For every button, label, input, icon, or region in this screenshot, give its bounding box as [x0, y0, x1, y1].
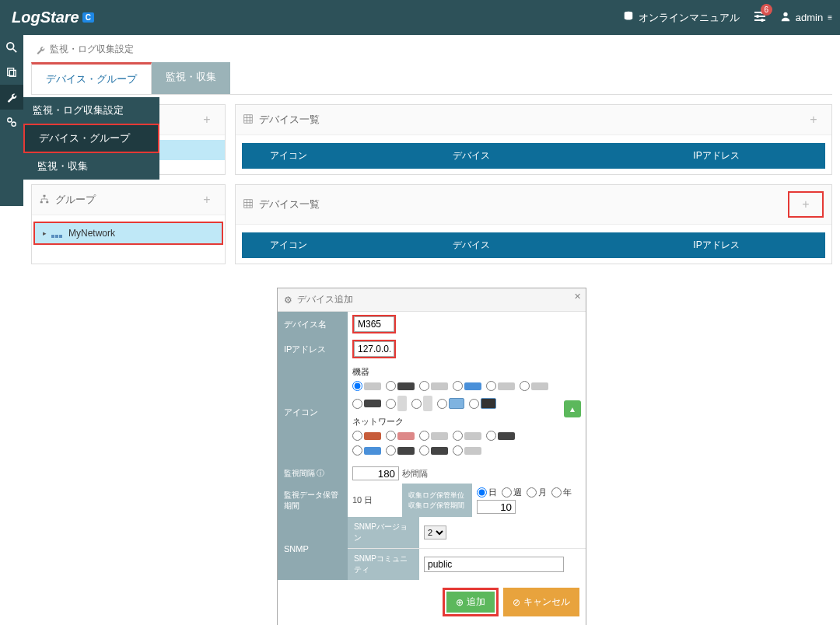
dialog-form: デバイス名 IPアドレス アイコン 機器 [278, 312, 586, 580]
col-icon: アイコン [242, 143, 335, 169]
icon-option[interactable] [419, 431, 448, 441]
svg-point-13 [12, 122, 16, 126]
row-retention: 監視データ保管期間 10 日 収集ログ保管単位 収集ログ保管期間 日 週 月 年 [278, 484, 586, 517]
add-device-button-1[interactable]: + [803, 111, 824, 128]
online-manual-link[interactable]: オンラインマニュアル [623, 11, 740, 25]
gear-icon: ⚙ [284, 295, 292, 306]
add-group-button[interactable]: + [197, 111, 217, 128]
flyout-device-group[interactable]: デバイス・グループ [23, 124, 159, 153]
rail-search[interactable] [0, 35, 23, 60]
radio-week[interactable]: 週 [502, 487, 522, 498]
icon-option[interactable] [352, 445, 381, 456]
svg-point-7 [783, 12, 787, 16]
group-title-2: グループ [55, 193, 96, 207]
snmp-version-select[interactable]: 2 [424, 525, 446, 539]
sitemap-icon [40, 194, 49, 206]
log-unit-radio: 日 週 月 年 [477, 487, 572, 498]
rail-wrench[interactable] [0, 85, 23, 110]
icon-option[interactable] [520, 381, 548, 391]
icon-option[interactable] [386, 431, 415, 441]
tab-device-group[interactable]: デバイス・グループ [31, 62, 152, 94]
icon-option[interactable] [386, 381, 415, 391]
group-panel-head-2: グループ + [32, 185, 225, 215]
label-snmp-comm: SNMPコミュニティ [348, 549, 419, 580]
snmp-community-input[interactable] [424, 557, 564, 572]
ip-input[interactable] [354, 341, 394, 357]
add-button[interactable]: ⊕ 追加 [446, 592, 495, 613]
icon-option[interactable] [411, 396, 432, 411]
group-panel-2: グループ + ▸ MyNetwork [31, 184, 226, 264]
label-interval: 監視間隔 ⓘ [278, 463, 348, 484]
logo-text: LogStare [12, 9, 79, 26]
radio-year[interactable]: 年 [551, 487, 572, 498]
wrench-icon [36, 45, 45, 54]
icon-option[interactable] [453, 431, 481, 441]
dialog-footer: ⊕ 追加 ⊘ キャンセル [278, 580, 586, 625]
icon-option[interactable] [419, 381, 448, 391]
col-ip: IPアドレス [607, 143, 825, 169]
icon-option[interactable] [469, 398, 496, 409]
icon-grid-device [352, 381, 581, 391]
radio-day[interactable]: 日 [477, 487, 497, 498]
add-group-button-2[interactable]: + [197, 191, 217, 208]
col-ip-2: IPアドレス [607, 232, 825, 258]
icon-option[interactable] [453, 381, 481, 391]
row-interval: 監視間隔 ⓘ 秒間隔 [278, 463, 586, 484]
logo: LogStare C [12, 9, 94, 26]
tree-label: MyNetwork [68, 228, 115, 239]
svg-point-8 [7, 43, 14, 50]
submenu-flyout: 監視・ログ収集設定 デバイス・グループ 監視・収集 [23, 97, 159, 180]
device-name-input[interactable] [354, 316, 394, 332]
add-device-button-2[interactable]: + [788, 191, 824, 218]
interval-unit: 秒間隔 [402, 468, 428, 480]
logo-badge: C [82, 12, 94, 23]
device-panel-head-1: デバイス一覧 + [236, 105, 831, 135]
icon-option[interactable] [419, 445, 448, 456]
interval-input[interactable] [352, 466, 399, 480]
dialog-title-bar: ⚙ デバイス追加 ✕ [278, 288, 586, 312]
tree-item-mynetwork[interactable]: ▸ MyNetwork [33, 222, 223, 245]
icon-option[interactable] [352, 381, 381, 391]
icon-option[interactable] [486, 381, 515, 391]
svg-rect-27 [40, 201, 43, 203]
user-menu[interactable]: admin ≡ [780, 11, 832, 24]
app-header: LogStare C オンラインマニュアル 6 admin ≡ [0, 0, 840, 35]
cancel-button[interactable]: ⊘ キャンセル [503, 588, 579, 616]
icon-option[interactable] [486, 431, 515, 441]
rail-gears[interactable] [0, 110, 23, 134]
svg-rect-33 [244, 199, 253, 208]
svg-point-5 [756, 15, 759, 18]
icon-option[interactable] [453, 445, 481, 456]
svg-line-9 [13, 49, 16, 52]
icon-grid-network-2 [352, 445, 581, 456]
svg-rect-28 [46, 201, 48, 203]
database-icon [623, 11, 634, 24]
dialog-title-text: デバイス追加 [297, 293, 353, 306]
icon-option[interactable] [437, 398, 464, 409]
alert-count-badge: 6 [761, 4, 772, 16]
device-list-title-2: デバイス一覧 [259, 197, 320, 211]
svg-rect-26 [44, 194, 46, 196]
user-icon [780, 11, 791, 24]
label-snmp: SNMP [278, 517, 348, 580]
flyout-monitor[interactable]: 監視・収集 [23, 153, 159, 180]
row-icon: アイコン 機器 [278, 361, 586, 463]
scroll-up-button[interactable]: ▲ [564, 400, 581, 417]
caret-icon: ▸ [43, 229, 47, 237]
tab-monitor-collect[interactable]: 監視・収集 [152, 62, 230, 94]
label-ip: IPアドレス [278, 337, 348, 361]
alerts-button[interactable]: 6 [754, 10, 766, 25]
row-ip: IPアドレス [278, 337, 586, 361]
log-retain-input[interactable] [477, 500, 516, 514]
device-panel-head-2: デバイス一覧 + [236, 185, 831, 225]
tab-bar: デバイス・グループ 監視・収集 [31, 62, 832, 95]
icon-option[interactable] [386, 396, 407, 411]
icon-option[interactable] [352, 399, 381, 409]
icon-option[interactable] [386, 445, 415, 456]
icon-option[interactable] [352, 431, 381, 441]
label-log-unit: 収集ログ保管単位 収集ログ保管期間 [402, 484, 472, 517]
dialog-close-button[interactable]: ✕ [574, 292, 581, 302]
rail-copy[interactable] [0, 60, 23, 85]
radio-month[interactable]: 月 [527, 487, 547, 498]
device-panel-1: デバイス一覧 + アイコン デバイス IPアドレス [235, 104, 832, 175]
